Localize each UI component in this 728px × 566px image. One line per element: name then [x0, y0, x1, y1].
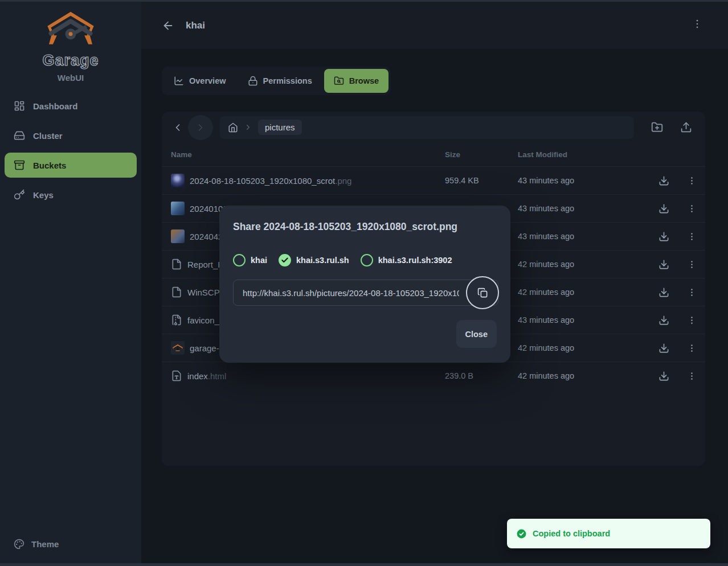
- file-name: index: [187, 371, 208, 381]
- copy-icon: [477, 288, 488, 298]
- row-menu-icon[interactable]: [687, 204, 697, 214]
- radio-domain-khai-s3-checked[interactable]: [279, 254, 291, 266]
- file-archive-icon: [171, 314, 182, 326]
- file-modified: 43 minutes ago: [518, 315, 649, 325]
- file-modified: 42 minutes ago: [518, 288, 649, 297]
- folder-plus-icon[interactable]: [651, 121, 663, 133]
- download-icon[interactable]: [659, 259, 669, 270]
- chevron-left-icon[interactable]: [172, 122, 183, 133]
- ellipsis-vertical-icon[interactable]: [692, 18, 703, 30]
- row-menu-icon[interactable]: [687, 232, 697, 241]
- file-icon: [171, 286, 182, 298]
- sidebar-item-label: Dashboard: [33, 101, 77, 111]
- radio-domain-khai-s3-3902[interactable]: [361, 254, 373, 266]
- theme-button[interactable]: Theme: [5, 532, 137, 555]
- palette-icon: [14, 539, 24, 549]
- sidebar-item-cluster[interactable]: Cluster: [5, 123, 137, 148]
- archive-icon: [14, 159, 25, 171]
- toast-message: Copied to clipboard: [533, 529, 610, 538]
- table-header: Name Size Last Modified: [162, 143, 705, 166]
- sidebar-nav: Dashboard Cluster Buckets Keys: [0, 93, 141, 207]
- file-modified: 42 minutes ago: [518, 260, 649, 269]
- domain-options: khai khai.s3.rul.sh khai.s3.rul.sh:3902: [233, 254, 497, 266]
- upload-icon[interactable]: [680, 121, 692, 133]
- garage-logo-thumbnail: [171, 341, 185, 355]
- sidebar-item-dashboard[interactable]: Dashboard: [5, 93, 137, 118]
- radio-label[interactable]: khai.s3.rul.sh:3902: [378, 256, 452, 265]
- back-button[interactable]: [162, 19, 174, 32]
- chevron-right-icon: [195, 122, 206, 133]
- close-button[interactable]: Close: [456, 320, 497, 348]
- folder-search-icon: [334, 76, 344, 86]
- radio-label[interactable]: khai: [251, 256, 267, 265]
- file-size: 959.4 KB: [445, 176, 518, 185]
- column-size: Size: [445, 150, 518, 159]
- share-url-input[interactable]: [233, 280, 498, 306]
- table-row[interactable]: index.html 239.0 B 42 minutes ago: [162, 362, 705, 389]
- tab-label: Permissions: [263, 76, 312, 85]
- column-name: Name: [171, 150, 445, 159]
- download-icon[interactable]: [659, 175, 669, 186]
- sidebar-item-label: Cluster: [33, 131, 63, 141]
- page-title: khai: [186, 20, 205, 31]
- sidebar-item-label: Keys: [33, 190, 54, 200]
- breadcrumb: pictures: [220, 116, 634, 139]
- share-dialog-footer: Close: [233, 320, 497, 348]
- chart-line-icon: [174, 76, 184, 86]
- file-modified: 42 minutes ago: [518, 343, 649, 352]
- sidebar-item-label: Buckets: [33, 161, 66, 170]
- toast-notification: Copied to clipboard: [507, 519, 710, 548]
- row-menu-icon[interactable]: [687, 343, 697, 353]
- breadcrumb-segment-pictures[interactable]: pictures: [258, 120, 302, 135]
- download-icon[interactable]: [659, 371, 669, 382]
- download-icon[interactable]: [659, 315, 669, 326]
- garage-logo-icon: [46, 11, 96, 47]
- file-modified: 42 minutes ago: [518, 371, 649, 380]
- share-url-group: [233, 280, 497, 306]
- column-modified: Last Modified: [518, 150, 649, 159]
- row-menu-icon[interactable]: [687, 371, 697, 381]
- share-dialog: Share 2024-08-18-105203_1920x1080_scrot.…: [219, 206, 510, 363]
- horizontal-scrollbar[interactable]: [0, 563, 728, 566]
- tab-label: Overview: [189, 76, 226, 85]
- download-icon[interactable]: [659, 343, 669, 354]
- copy-url-button[interactable]: [466, 276, 499, 309]
- browser-toolbar: pictures: [162, 112, 705, 143]
- image-thumbnail: [171, 229, 185, 243]
- forward-button-disabled[interactable]: [188, 115, 213, 140]
- row-menu-icon[interactable]: [687, 260, 697, 269]
- radio-label[interactable]: khai.s3.rul.sh: [296, 256, 349, 265]
- sidebar: Garage WebUI Dashboard Cluster Bucket: [0, 2, 141, 563]
- share-dialog-title: Share 2024-08-18-105203_1920x1080_scrot.…: [233, 221, 497, 233]
- home-icon[interactable]: [228, 122, 238, 133]
- hard-drive-icon: [14, 130, 25, 141]
- download-icon[interactable]: [659, 231, 669, 242]
- chevron-right-icon: [244, 123, 252, 132]
- download-icon[interactable]: [659, 203, 669, 214]
- bucket-tabs: Overview Permissions Browse: [162, 67, 391, 95]
- radio-domain-khai[interactable]: [233, 254, 246, 266]
- row-menu-icon[interactable]: [687, 315, 697, 325]
- tab-overview[interactable]: Overview: [164, 69, 236, 93]
- sidebar-item-keys[interactable]: Keys: [5, 182, 137, 207]
- brand-block: Garage WebUI: [0, 2, 141, 83]
- row-menu-icon[interactable]: [687, 176, 697, 186]
- tab-label: Browse: [349, 76, 379, 85]
- file-size: 239.0 B: [445, 371, 518, 380]
- check-icon: [281, 256, 289, 264]
- theme-label: Theme: [31, 539, 59, 549]
- file-extension: .png: [335, 176, 351, 186]
- image-thumbnail: [171, 174, 185, 187]
- tab-browse[interactable]: Browse: [324, 69, 388, 93]
- page-header: khai: [141, 2, 728, 49]
- brand-name: Garage: [0, 52, 141, 69]
- lock-icon: [248, 76, 258, 86]
- download-icon[interactable]: [659, 287, 669, 298]
- file-modified: 43 minutes ago: [518, 232, 649, 241]
- key-icon: [14, 189, 25, 200]
- table-row[interactable]: 2024-08-18-105203_1920x1080_scrot.png 95…: [162, 166, 705, 194]
- file-modified: 43 minutes ago: [518, 176, 649, 185]
- row-menu-icon[interactable]: [687, 288, 697, 297]
- tab-permissions[interactable]: Permissions: [238, 69, 322, 93]
- sidebar-item-buckets[interactable]: Buckets: [5, 153, 137, 178]
